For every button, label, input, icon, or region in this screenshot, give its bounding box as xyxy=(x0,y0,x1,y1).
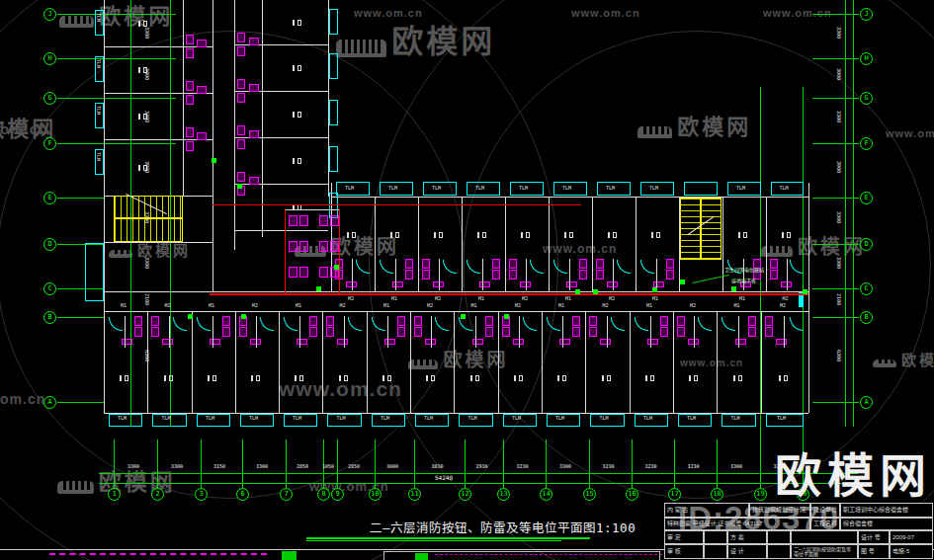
dimension: 3230 xyxy=(603,464,615,469)
next-sheet-green-block-2 xyxy=(415,553,428,560)
sofa-icon xyxy=(336,40,386,57)
room-symbol xyxy=(256,375,260,381)
axis-line xyxy=(812,14,859,15)
axis-bubble: 8 xyxy=(317,488,330,501)
window-label: TLM xyxy=(345,186,354,191)
bath-fixture xyxy=(485,316,493,326)
axis-line xyxy=(812,288,859,289)
axis-line xyxy=(546,440,547,488)
bath-fixture xyxy=(559,339,570,345)
door-label: M2 xyxy=(252,303,258,308)
bay-window xyxy=(329,53,338,79)
axis-line xyxy=(674,440,675,488)
dimension: 3300 xyxy=(256,464,268,469)
titleblock-cell xyxy=(767,544,791,559)
axis-line xyxy=(57,14,176,15)
wall xyxy=(636,197,637,291)
axis-line xyxy=(57,58,176,59)
room-symbol xyxy=(339,375,341,381)
axis-bubble: H xyxy=(43,52,56,65)
room-symbol xyxy=(651,232,653,238)
bath-fixture xyxy=(677,327,685,337)
floor-plan-canvas: 二—六层消防按钮、防雷及等电位平面图1:100 欧模网 ID:286370 内 … xyxy=(0,0,934,560)
shaft-red-edge xyxy=(285,209,286,294)
title-underline xyxy=(306,537,590,539)
window-label: TLM xyxy=(162,416,171,421)
room-symbol xyxy=(143,67,147,73)
door-label: M1 xyxy=(646,303,652,308)
room-symbol xyxy=(169,375,173,381)
room-symbol xyxy=(784,375,788,381)
wall xyxy=(235,311,236,413)
axis-line xyxy=(760,440,761,488)
wall xyxy=(192,311,193,413)
axis-bubble: J xyxy=(860,8,873,21)
bath-fixture xyxy=(485,327,493,337)
dimension: 3000 xyxy=(836,68,841,80)
axis-line xyxy=(414,440,415,488)
wall xyxy=(262,0,263,237)
bath-fixture xyxy=(249,130,259,138)
axis-bubble: 10 xyxy=(369,488,382,501)
room-symbol xyxy=(297,20,301,26)
bath-fixture xyxy=(509,270,517,280)
bath-fixture xyxy=(405,259,413,269)
window-label: TLM xyxy=(600,416,609,421)
room-symbol xyxy=(390,232,392,238)
axis-bubble: J xyxy=(43,8,56,21)
bath-fixture xyxy=(572,316,580,326)
dimension: 1050 xyxy=(322,464,334,469)
window-label: TLM xyxy=(249,416,258,421)
watermark-brand-large: 欧模网 xyxy=(775,452,932,499)
axis-line xyxy=(375,440,376,488)
wall xyxy=(549,197,550,291)
door-label: M2 xyxy=(780,303,786,308)
window-label: TLM xyxy=(206,416,214,421)
axis-line xyxy=(812,317,859,318)
axis-line xyxy=(242,440,243,488)
axis-bubble: C xyxy=(43,282,56,295)
bath-partition xyxy=(743,259,744,290)
dimension: 3150 xyxy=(213,464,225,469)
window-label: TLM xyxy=(381,416,389,421)
axis-bubble: G xyxy=(860,92,873,105)
window-label: TLM xyxy=(432,186,441,191)
door-label: M2 xyxy=(783,296,789,301)
wall xyxy=(592,197,593,291)
bath-fixture xyxy=(765,327,773,337)
bath-fixture xyxy=(237,46,245,56)
door-label: M1 xyxy=(383,303,389,308)
window-label: TLM xyxy=(643,416,652,421)
bath-fixture xyxy=(414,316,422,326)
room-symbol xyxy=(395,232,399,238)
door-label: M2 xyxy=(340,303,346,308)
bath-partition xyxy=(439,259,440,290)
dimension: 2100 xyxy=(144,293,149,305)
axis-bubble: 1 xyxy=(108,488,121,501)
bath-fixture xyxy=(422,259,430,269)
room-symbol xyxy=(434,232,436,238)
window-label: TLM xyxy=(424,416,433,421)
door-label: M2 xyxy=(427,303,433,308)
room-symbol xyxy=(521,232,523,238)
axis-line xyxy=(157,440,158,488)
bath-fixture xyxy=(596,259,604,269)
bath-fixture xyxy=(299,267,308,278)
door-label: M2 xyxy=(690,303,696,308)
axis-line xyxy=(812,402,859,403)
wall xyxy=(183,0,184,196)
bath-fixture xyxy=(330,215,339,226)
door-label: M1 xyxy=(652,296,658,301)
bath-partition xyxy=(562,316,563,348)
wall xyxy=(542,311,543,413)
room-symbol xyxy=(143,21,147,27)
bath-fixture xyxy=(249,177,259,185)
room-symbol xyxy=(387,375,391,381)
fire-button-symbol xyxy=(188,314,193,319)
dimension: 3830 xyxy=(432,464,444,469)
room-symbol xyxy=(607,375,611,381)
bath-fixture xyxy=(770,259,778,269)
axis-bubble: 11 xyxy=(408,488,421,501)
wall xyxy=(766,197,767,291)
door-label: M2 xyxy=(165,303,171,308)
